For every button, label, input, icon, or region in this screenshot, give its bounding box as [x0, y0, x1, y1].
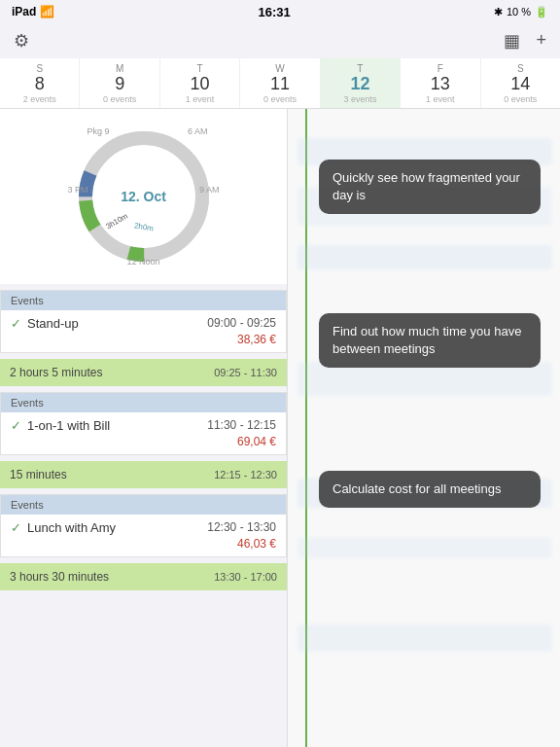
circle-section: Pkg 9 3 PM 6 AM 12 Noon 9 AM 3h10m 2h0m …: [0, 109, 287, 284]
week-day-12[interactable]: T 12 3 events: [321, 58, 401, 108]
device-label: iPad: [12, 5, 36, 18]
tooltip-fragmented: Quickly see how fragmented your day is: [319, 160, 541, 214]
circle-label-9am: 9 AM: [199, 185, 220, 195]
gap-row-2: 15 minutes 12:15 - 12:30: [0, 461, 287, 488]
main-content: Pkg 9 3 PM 6 AM 12 Noon 9 AM 3h10m 2h0m …: [0, 109, 560, 747]
battery-icon: 🔋: [535, 6, 548, 18]
event-cost-bill: 69,04 €: [1, 435, 286, 454]
settings-button[interactable]: ⚙: [14, 30, 29, 52]
week-day-9[interactable]: M 9 0 events: [80, 58, 159, 108]
day-circle: Pkg 9 3 PM 6 AM 12 Noon 9 AM 3h10m 2h0m …: [66, 119, 222, 274]
circle-label-noon: 12 Noon: [126, 257, 159, 267]
week-day-8[interactable]: S 8 2 events: [0, 58, 80, 108]
tooltip-calculate-cost: Calculate cost for all meetings: [319, 471, 541, 508]
check-icon-amy: ✓: [11, 520, 21, 535]
gap-duration-2: 15 minutes: [10, 468, 67, 481]
tooltip-between-meetings: Find out how much time you have between …: [319, 313, 541, 368]
cal-blur-6: [298, 537, 552, 558]
event-name-standup: ✓ Stand-up: [11, 316, 79, 331]
week-header: S 8 2 events M 9 0 events T 10 1 event W…: [0, 58, 560, 109]
circle-label-3pm: 3 PM: [68, 185, 88, 195]
gap-time-2: 12:15 - 12:30: [214, 469, 277, 480]
event-section-bill: Events ✓ 1-on-1 with Bill 11:30 - 12:15 …: [0, 392, 287, 455]
week-day-10[interactable]: T 10 1 event: [160, 58, 240, 108]
toolbar: ⚙ ▦ +: [0, 23, 560, 58]
check-icon-bill: ✓: [11, 418, 21, 433]
event-name-amy: ✓ Lunch with Amy: [11, 520, 116, 535]
circle-label-pkg: Pkg 9: [88, 126, 110, 136]
event-name-bill: ✓ 1-on-1 with Bill: [11, 418, 110, 433]
event-row-standup: ✓ Stand-up 09:00 - 09:25: [1, 310, 286, 333]
events-header-1: Events: [1, 291, 286, 310]
gap-time-3: 13:30 - 17:00: [214, 571, 277, 583]
cal-blur-3: [298, 245, 552, 269]
check-icon-standup: ✓: [11, 316, 21, 331]
status-left: iPad 📶: [12, 5, 54, 18]
gap-duration-1: 2 hours 5 minutes: [10, 366, 102, 379]
left-panel: Pkg 9 3 PM 6 AM 12 Noon 9 AM 3h10m 2h0m …: [0, 109, 287, 747]
event-cost-amy: 46,03 €: [1, 537, 286, 556]
gap-row-3: 3 hours 30 minutes 13:30 - 17:00: [0, 563, 287, 590]
circle-label-6am: 6 AM: [188, 126, 208, 136]
event-row-amy: ✓ Lunch with Amy 12:30 - 13:30: [1, 515, 286, 537]
event-title-standup: Stand-up: [27, 316, 79, 331]
event-row-bill: ✓ 1-on-1 with Bill 11:30 - 12:15: [1, 412, 286, 435]
gap-duration-3: 3 hours 30 minutes: [10, 570, 109, 584]
events-header-3: Events: [1, 495, 286, 515]
events-header-2: Events: [1, 393, 286, 412]
event-cost-standup: 38,36 €: [1, 333, 286, 352]
event-section-standup: Events ✓ Stand-up 09:00 - 09:25 38,36 €: [0, 290, 287, 353]
cal-blur-7: [298, 624, 552, 652]
event-time-standup: 09:00 - 09:25: [207, 316, 276, 330]
add-event-button[interactable]: +: [536, 30, 546, 52]
status-bar: iPad 📶 16:31 ✱ 10 % 🔋: [0, 0, 560, 23]
status-right: ✱ 10 % 🔋: [494, 6, 548, 18]
event-time-bill: 11:30 - 12:15: [207, 418, 276, 432]
bluetooth-icon: ✱: [494, 6, 503, 18]
event-time-amy: 12:30 - 13:30: [207, 520, 276, 534]
clock: 16:31: [259, 5, 291, 19]
week-day-14[interactable]: S 14 0 events: [481, 58, 560, 108]
gap-row-1: 2 hours 5 minutes 09:25 - 11:30: [0, 359, 287, 386]
wifi-icon: 📶: [40, 5, 54, 18]
week-day-13[interactable]: F 13 1 event: [401, 58, 480, 108]
calendar-button[interactable]: ▦: [504, 30, 520, 52]
right-panel: Quickly see how fragmented your day is F…: [287, 109, 560, 747]
event-section-amy: Events ✓ Lunch with Amy 12:30 - 13:30 46…: [0, 494, 287, 557]
week-day-11[interactable]: W 11 0 events: [240, 58, 320, 108]
battery-label: 10 %: [507, 6, 531, 18]
circle-date-label: 12. Oct: [121, 189, 166, 204]
event-title-amy: Lunch with Amy: [27, 520, 116, 535]
gap-time-1: 09:25 - 11:30: [214, 367, 277, 378]
event-title-bill: 1-on-1 with Bill: [27, 418, 110, 433]
